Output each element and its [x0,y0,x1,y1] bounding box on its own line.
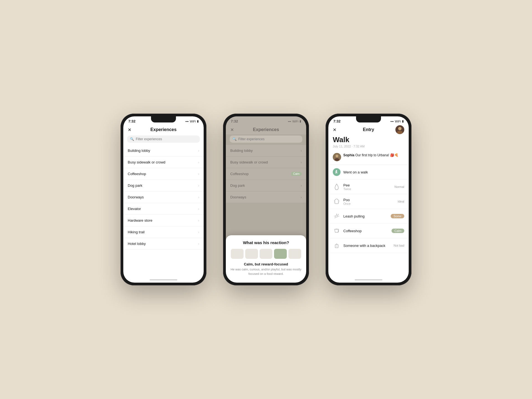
wifi-icon: WiFi [292,120,298,123]
reaction-option-3[interactable] [260,249,272,259]
status-bar-2: 7:32 ▪▪▪ WiFi ▮ [226,116,306,124]
list-item[interactable]: Doorways › [123,191,204,203]
item-label: Dog park [230,183,245,188]
item-label: Busy sidewalk or crowd [128,160,165,164]
item-label: Doorways [128,195,144,199]
chevron-icon: › [301,195,302,199]
status-icons-3: ▪▪▪ WiFi ▮ [390,119,404,123]
svg-point-4 [335,158,339,161]
svg-point-5 [336,215,337,217]
reaction-modal: What was his reaction? Calm, but reward-… [226,235,306,283]
list-item[interactable]: Dog park › [123,180,204,191]
pee-sub: Twice [343,187,392,191]
coffeeshop-icon [333,227,341,235]
poo-sub: Once [343,202,395,205]
svg-point-3 [336,155,338,157]
chevron-icon: › [198,149,199,153]
item-label: Elevator [128,207,141,211]
avatar [395,125,404,134]
list-item[interactable]: Coffeeshop Calm [226,168,306,180]
reaction-option-5[interactable] [288,249,301,259]
screen-1: 7:32 ▪▪▪ WiFi ▮ ✕ Experiences 🔍 Building… [123,116,204,283]
walk-row: Went on a walk [328,165,409,180]
list-item[interactable]: Coffeeshop › [123,168,204,180]
item-label: Coffeeshop [128,172,146,176]
backpack-icon [333,242,341,249]
chevron-icon: › [198,242,199,246]
pee-badge: Normal [395,185,404,188]
walk-row-content: Went on a walk [343,170,404,174]
list-item[interactable]: Doorways › [226,191,306,203]
list-item[interactable]: Hiking trail › [123,226,204,238]
experiences-header-1: ✕ Experiences [123,124,204,134]
battery-icon: ▮ [300,119,301,123]
list-item[interactable]: Elevator › [123,203,204,215]
list-item[interactable]: Busy sidewalk or crowd › [226,157,306,168]
leash-label: Leash pulling [343,214,388,218]
leash-badge: Some [391,214,404,218]
entry-content: Walk July 11, 2022 · 7:32 AM Sophia Our … [328,134,409,277]
chevron-icon: › [198,160,199,164]
reaction-option-2[interactable] [245,249,258,259]
list-item[interactable]: Dog park › [226,180,306,191]
item-label: Hardware store [128,218,152,222]
reaction-options [230,249,302,259]
poo-icon [333,198,341,205]
reaction-badge: Calm [291,172,302,176]
home-indicator-1 [123,277,204,283]
phone-2: 7:32 ▪▪▪ WiFi ▮ ✕ Experiences 🔍 Building… [223,114,309,285]
entry-title: Entry [363,127,374,132]
coffeeshop-badge: Calm [392,229,404,233]
chevron-icon: › [198,207,199,211]
search-input-1[interactable] [136,137,197,141]
phone-1: 7:32 ▪▪▪ WiFi ▮ ✕ Experiences 🔍 Building… [121,114,206,285]
chevron-icon: › [301,160,302,164]
poo-badge: Ideal [398,200,404,203]
modal-title: What was his reaction? [230,240,302,245]
list-item[interactable]: Hardware store › [123,215,204,226]
search-bar-2[interactable]: 🔍 [230,135,302,143]
svg-point-1 [397,131,403,134]
status-icons-2: ▪▪▪ WiFi ▮ [288,119,301,123]
leash-row-content: Leash pulling [343,214,388,218]
close-button-2[interactable]: ✕ [230,127,234,132]
item-label: Hiking trail [128,230,145,234]
walk-label: Went on a walk [343,170,404,174]
entry-header: ✕ Entry [328,124,409,134]
chevron-icon: › [198,195,199,199]
list-item[interactable]: Busy sidewalk or crowd › [123,157,204,168]
list-item[interactable]: Hotel lobby › [123,238,204,250]
poo-label: Poo [343,198,395,202]
coffeeshop-label: Coffeeshop [343,229,389,233]
search-input-2[interactable] [238,137,300,141]
experiences-title-2: Experiences [253,127,279,132]
signal-icon: ▪▪▪ [185,120,189,123]
time-1: 7:32 [128,119,135,123]
wifi-icon: WiFi [190,120,196,123]
pee-row-content: Pee Twice [343,183,392,191]
reaction-option-4[interactable] [274,249,287,259]
list-item[interactable]: Building lobby › [226,145,306,157]
time-3: 7:32 [333,119,341,123]
search-bar-1[interactable]: 🔍 [127,135,200,143]
item-label: Dog park [128,183,142,188]
home-indicator-3 [328,277,409,283]
item-label: Busy sidewalk or crowd [230,160,268,164]
close-button-3[interactable]: ✕ [333,127,336,132]
comment-text: Sophia Our first trip to Urbana! 🎒🍕 [343,153,398,158]
signal-icon: ▪▪▪ [288,120,291,123]
comment-author: Sophia [343,153,354,157]
search-icon-2: 🔍 [232,137,237,141]
list-item[interactable]: Building lobby › [123,145,204,157]
screen-3: 7:32 ▪▪▪ WiFi ▮ ✕ Entry [328,116,409,283]
close-button-1[interactable]: ✕ [128,127,131,132]
battery-icon: ▮ [402,119,404,123]
poo-row: Poo Once Ideal [328,194,409,209]
pee-icon [333,183,341,191]
modal-reaction-desc: He was calm, curious, and/or playful, bu… [230,267,302,276]
entry-date: July 11, 2022 · 7:32 AM [328,145,409,151]
chevron-icon: › [198,172,199,176]
coffeeshop-row: Coffeeshop Calm [328,224,409,238]
reaction-option-1[interactable] [231,249,244,259]
item-label: Coffeeshop [230,172,249,176]
